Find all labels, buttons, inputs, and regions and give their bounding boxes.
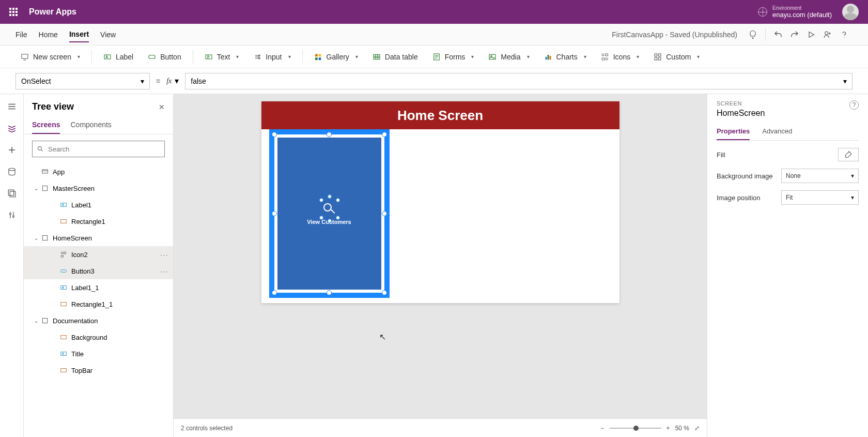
input-button[interactable]: Input▾ bbox=[248, 51, 296, 63]
tree-item-rectangle1[interactable]: Rectangle1 bbox=[24, 213, 173, 230]
tree-view-icon[interactable] bbox=[6, 122, 18, 134]
custom-button[interactable]: Custom▾ bbox=[648, 51, 705, 63]
tree-item-topbar[interactable]: TopBar bbox=[24, 362, 173, 379]
menu-view[interactable]: View bbox=[100, 27, 116, 42]
text-button[interactable]: Text▾ bbox=[199, 51, 244, 63]
charts-button[interactable]: Charts▾ bbox=[539, 51, 592, 63]
resize-handle[interactable] bbox=[272, 290, 277, 295]
svg-rect-22 bbox=[655, 54, 657, 56]
tree-item-label1[interactable]: Label1 bbox=[24, 197, 173, 213]
formula-input[interactable]: false ▾ bbox=[185, 73, 853, 89]
help-icon[interactable]: ? bbox=[849, 100, 859, 110]
selection-frame[interactable]: View Customers bbox=[269, 129, 390, 298]
svg-rect-25 bbox=[659, 57, 661, 60]
chevron-down-icon[interactable]: ⌄ bbox=[32, 235, 40, 241]
tree-item-rectangle1-1[interactable]: Rectangle1_1 bbox=[24, 296, 173, 312]
more-icon[interactable]: ··· bbox=[160, 251, 169, 259]
chevron-down-icon: ▾ bbox=[175, 76, 179, 86]
fit-screen-icon[interactable]: ⤢ bbox=[694, 425, 700, 432]
zoom-out-button[interactable]: − bbox=[601, 425, 605, 432]
label-button[interactable]: Label bbox=[98, 51, 138, 63]
svg-rect-16 bbox=[545, 57, 547, 59]
charts-label: Charts bbox=[556, 53, 578, 61]
fx-label-box[interactable]: fx ▾ bbox=[166, 76, 179, 86]
tree-item-homescreen[interactable]: ⌄ HomeScreen bbox=[24, 230, 173, 246]
svg-rect-45 bbox=[61, 369, 67, 372]
user-avatar[interactable] bbox=[842, 4, 859, 20]
media-rail-icon[interactable] bbox=[6, 187, 18, 200]
svg-point-0 bbox=[825, 32, 828, 35]
svg-point-19 bbox=[602, 54, 604, 56]
close-icon[interactable]: ✕ bbox=[159, 103, 165, 111]
tree-label: Title bbox=[71, 350, 84, 358]
chevron-down-icon[interactable]: ⌄ bbox=[32, 318, 40, 324]
button-button[interactable]: Button bbox=[143, 51, 186, 63]
tree-item-label1-1[interactable]: Label1_1 bbox=[24, 279, 173, 296]
resize-handle[interactable] bbox=[382, 290, 387, 295]
chevron-down-icon[interactable]: ⌄ bbox=[32, 186, 40, 191]
resize-handle[interactable] bbox=[327, 290, 332, 295]
plus-icon[interactable] bbox=[6, 144, 18, 156]
redo-icon[interactable] bbox=[786, 26, 803, 43]
menu-home[interactable]: Home bbox=[39, 27, 58, 42]
tab-screens[interactable]: Screens bbox=[32, 116, 60, 134]
img-pos-select[interactable]: Fit▾ bbox=[781, 190, 859, 205]
icons-label: Icons bbox=[613, 53, 630, 61]
environment-selector[interactable]: Environment enayu.com (default) bbox=[758, 5, 832, 19]
resize-handle[interactable] bbox=[327, 132, 332, 137]
data-icon[interactable] bbox=[6, 165, 18, 178]
bg-image-select[interactable]: None▾ bbox=[781, 169, 859, 183]
rectangle-icon bbox=[59, 333, 68, 342]
app-launcher-icon[interactable] bbox=[9, 8, 18, 16]
tree-item-masterscreen[interactable]: ⌄ MasterScreen bbox=[24, 180, 173, 197]
new-screen-button[interactable]: New screen▾ bbox=[16, 51, 85, 63]
undo-icon[interactable] bbox=[770, 26, 786, 43]
fill-swatch[interactable] bbox=[838, 148, 859, 161]
tab-advanced[interactable]: Advanced bbox=[762, 123, 792, 140]
gallery-button[interactable]: Gallery▾ bbox=[309, 51, 363, 63]
label-icon bbox=[59, 349, 68, 358]
zoom-in-button[interactable]: + bbox=[667, 425, 670, 432]
search-icon[interactable] bbox=[322, 202, 336, 216]
resize-handle[interactable] bbox=[272, 132, 277, 137]
icons-button[interactable]: Icons▾ bbox=[596, 51, 644, 63]
screen-icon bbox=[40, 316, 50, 325]
hamburger-icon[interactable] bbox=[6, 100, 18, 113]
resize-handle[interactable] bbox=[272, 211, 277, 216]
forms-button[interactable]: Forms▾ bbox=[427, 51, 479, 63]
advanced-tools-icon[interactable] bbox=[6, 209, 18, 221]
screen-canvas[interactable]: Home Screen View Customers bbox=[261, 101, 619, 303]
new-screen-label: New screen bbox=[33, 53, 71, 61]
svg-rect-12 bbox=[374, 54, 380, 59]
data-table-button[interactable]: Data table bbox=[367, 51, 423, 63]
menu-insert[interactable]: Insert bbox=[69, 27, 89, 42]
tree-item-app[interactable]: App bbox=[24, 163, 173, 180]
svg-rect-20 bbox=[605, 54, 608, 56]
zoom-slider[interactable] bbox=[610, 428, 661, 429]
tree-label: Button3 bbox=[71, 267, 95, 275]
help-icon[interactable] bbox=[836, 26, 853, 43]
svg-rect-43 bbox=[61, 336, 67, 339]
tree-item-icon2[interactable]: Icon2 ··· bbox=[24, 246, 173, 263]
search-input[interactable]: Search bbox=[32, 141, 165, 157]
tree-item-button3[interactable]: Button3 ··· bbox=[24, 263, 173, 279]
resize-handle[interactable] bbox=[382, 211, 387, 216]
svg-point-1 bbox=[844, 37, 844, 37]
share-icon[interactable] bbox=[819, 26, 836, 43]
tree-label: Label1 bbox=[71, 201, 91, 209]
button-label: Button bbox=[160, 53, 181, 61]
tab-components[interactable]: Components bbox=[70, 116, 111, 134]
resize-handle[interactable] bbox=[382, 132, 387, 137]
tree-item-documentation[interactable]: ⌄ Documentation bbox=[24, 312, 173, 329]
app-checker-icon[interactable] bbox=[745, 26, 761, 43]
tree-item-background[interactable]: Background bbox=[24, 329, 173, 345]
media-button[interactable]: Media▾ bbox=[483, 51, 534, 63]
more-icon[interactable]: ··· bbox=[160, 267, 169, 275]
tree-item-title[interactable]: Title bbox=[24, 345, 173, 362]
play-icon[interactable] bbox=[803, 26, 819, 43]
button-control[interactable]: View Customers bbox=[277, 138, 381, 290]
tree-label: Icon2 bbox=[71, 251, 88, 259]
property-selector[interactable]: OnSelect ▾ bbox=[16, 73, 150, 89]
tab-properties[interactable]: Properties bbox=[717, 123, 750, 140]
menu-file[interactable]: File bbox=[16, 27, 27, 42]
